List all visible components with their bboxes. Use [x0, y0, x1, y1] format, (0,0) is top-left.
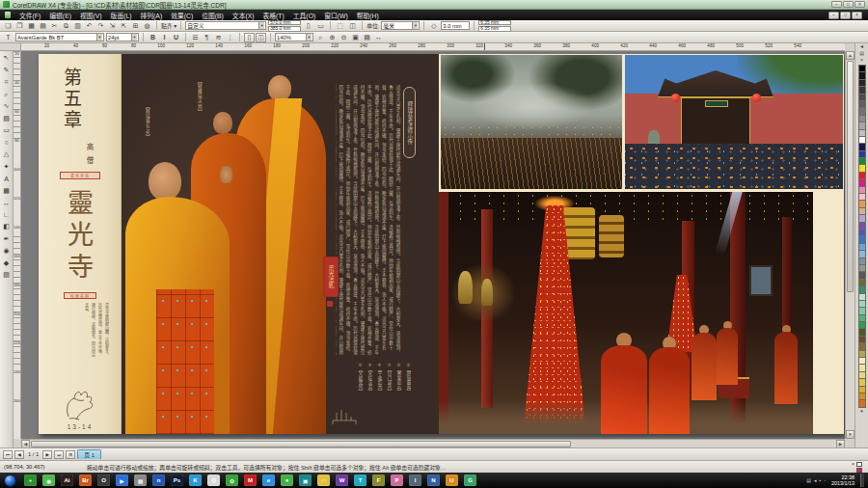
taskbar-app-icon[interactable]: I	[409, 474, 421, 486]
menu-item[interactable]: 位图(B)	[202, 11, 224, 20]
toolbar-icon[interactable]: ⊞	[130, 21, 141, 31]
toolbar-icon[interactable]: ◍	[142, 21, 152, 31]
menu-item[interactable]: 版面(L)	[111, 11, 132, 20]
taskbar-app-icon[interactable]: O	[97, 474, 110, 486]
doc-close-button[interactable]: ×	[852, 12, 862, 19]
tool-button[interactable]: ⌗	[1, 76, 13, 89]
toolbar-icon[interactable]: ▤	[38, 21, 48, 31]
tool-button[interactable]: ◆	[1, 258, 13, 270]
tool-button[interactable]: ✎	[1, 65, 13, 77]
show-desktop-button[interactable]	[860, 474, 864, 487]
text-format-button[interactable]: ≋	[213, 33, 224, 42]
zoom-tool-button[interactable]: ▤	[362, 33, 372, 42]
taskbar-app-icon[interactable]: ▣	[299, 474, 312, 486]
horizontal-scrollbar[interactable]: ◀ ▶	[21, 439, 845, 447]
current-page-button[interactable]: ◫	[347, 21, 358, 31]
maximize-button[interactable]: □	[843, 1, 854, 8]
zoom-tool-button[interactable]: ⌕	[315, 33, 326, 42]
taskbar-app-icon[interactable]: G	[464, 474, 476, 486]
page-tab[interactable]: 页 1	[77, 449, 101, 459]
toolbar-icon[interactable]: ⧉	[61, 21, 71, 31]
first-page-button[interactable]: ⏮	[3, 450, 13, 459]
taskbar-app-icon[interactable]: ✿	[226, 474, 238, 486]
document-spread[interactable]: 第五章 高僧 灵光寺志 靈光寺 岭南名刹 灵光寺居阴那山麓，古柏参天，历代高僧驻…	[39, 54, 844, 434]
snap-button[interactable]: 贴齐 ▾	[161, 21, 176, 30]
toolbar-icon[interactable]: ↷	[95, 21, 106, 31]
docker-button[interactable]: ▤	[859, 50, 864, 57]
taskbar-app-icon[interactable]: T	[354, 474, 366, 486]
start-button[interactable]	[4, 474, 16, 487]
zoom-tool-button[interactable]: ▣	[350, 33, 361, 42]
palette-scroll-down[interactable]: ▾	[860, 408, 863, 415]
left-page[interactable]: 【释瑞基长老】 【释耀瑞法师】 释瑞基老法师小传 灵光寺乃粤东名刹，肇建于唐代懿…	[122, 54, 439, 434]
taskbar-app-icon[interactable]: Ai	[61, 474, 73, 486]
taskbar-app-icon[interactable]: K	[189, 474, 202, 486]
close-button[interactable]: ×	[854, 1, 865, 8]
zoom-tool-button[interactable]: ↔	[373, 33, 384, 42]
monks-photo[interactable]: 【释瑞基长老】 【释耀瑞法师】	[122, 54, 336, 434]
text-format-button[interactable]: ⋮	[225, 33, 235, 42]
tool-button[interactable]: ▦	[1, 185, 13, 198]
taskbar-app-icon[interactable]: ▦	[134, 474, 147, 486]
menu-item[interactable]: 排列(A)	[141, 11, 163, 20]
vertical-scrollbar[interactable]: ▲ ▼	[845, 51, 854, 439]
tray-icon[interactable]: ▪	[819, 477, 821, 483]
tool-button[interactable]: ▨	[1, 269, 13, 282]
toolbar-icon[interactable]: ↶	[84, 21, 95, 31]
menu-item[interactable]: 文本(X)	[232, 11, 255, 20]
preset-combo[interactable]: 自定义▾	[185, 21, 266, 30]
menu-item[interactable]: 表格(T)	[263, 11, 285, 20]
next-page-button[interactable]: ▶	[42, 450, 52, 459]
tool-button[interactable]: ◉	[1, 245, 13, 258]
last-page-button[interactable]: ⏭	[54, 450, 64, 459]
menu-item[interactable]: 窗口(W)	[324, 11, 348, 20]
taskbar-app-icon[interactable]: +	[24, 474, 37, 486]
ruler-origin[interactable]	[0, 43, 21, 51]
tool-button[interactable]: ⌕	[1, 89, 13, 101]
tool-button[interactable]: ◧	[1, 221, 13, 233]
taskbar-app-icon[interactable]: Ps	[171, 474, 183, 486]
tool-button[interactable]: ▧	[1, 113, 13, 125]
toolbar-icon[interactable]: ▥	[72, 21, 83, 31]
menu-item[interactable]: 工具(O)	[293, 11, 315, 20]
taskbar-app-icon[interactable]: N	[427, 474, 440, 486]
prev-page-button[interactable]: ◀	[14, 450, 24, 459]
view-toggle-button[interactable]: ◫	[256, 33, 266, 42]
minimize-button[interactable]: –	[831, 1, 842, 8]
text-format-button[interactable]: ☰	[190, 33, 201, 42]
menu-item[interactable]: 效果(C)	[171, 11, 193, 20]
tray-icon[interactable]: ◦	[824, 477, 826, 483]
toolbar-icon[interactable]: ▦	[26, 21, 37, 31]
taskbar-app-icon[interactable]: M	[244, 474, 257, 486]
monk-caption-label[interactable]: 【释瑞基长老】	[145, 104, 149, 139]
taskbar-app-icon[interactable]: ◠	[317, 474, 330, 486]
taskbar-app-icon[interactable]: ●	[281, 474, 293, 486]
toolbar-icon[interactable]: ❐	[14, 21, 25, 31]
taskbar-app-icon[interactable]: Q	[207, 474, 220, 486]
toolbar-icon[interactable]: ❏	[3, 21, 14, 31]
view-toggle-button[interactable]: ▯	[244, 33, 255, 42]
temple-gate-photo[interactable]	[625, 55, 843, 189]
chapter-subtitle[interactable]: 高僧	[84, 143, 95, 171]
monk-caption-label[interactable]: 【释耀瑞法师】	[197, 79, 202, 114]
tool-button[interactable]: △	[1, 149, 13, 161]
incense-photo[interactable]	[441, 55, 622, 189]
temple-calligraphy[interactable]: 靈光寺	[62, 189, 95, 285]
spread-sidebar[interactable]: 第五章 高僧 灵光寺志 靈光寺 岭南名刹 灵光寺居阴那山麓，古柏参天，历代高僧驻…	[39, 54, 122, 434]
chapter-title[interactable]: 第五章	[60, 68, 83, 131]
duplicate-distance-fields[interactable]: 6.35 mm 6.35 mm	[478, 20, 511, 32]
tool-button[interactable]: ○	[1, 137, 13, 149]
units-combo[interactable]: 毫米▾	[381, 21, 420, 30]
menu-item[interactable]: 编辑(E)	[49, 11, 71, 20]
taskbar-app-icon[interactable]: n	[152, 474, 165, 486]
nudge-field[interactable]: 3.0 mm	[441, 21, 470, 30]
taskbar-app-icon[interactable]: ◉	[42, 474, 55, 486]
sidebar-intro-text[interactable]: 灵光寺居阴那山麓，古柏参天，历代高僧驻锡，香火千年不绝，禅灯相续，法脉绵长，四众…	[50, 303, 110, 359]
font-combo[interactable]: AvantGarde Bk BT▾	[15, 33, 104, 41]
zoom-tool-button[interactable]: ⊖	[339, 33, 349, 42]
landscape-button[interactable]: ▭	[315, 21, 326, 31]
toolbar-icon[interactable]: ⇲	[107, 21, 118, 31]
taskbar-app-icon[interactable]: Br	[79, 474, 92, 486]
menu-item[interactable]: 文件(F)	[19, 11, 41, 20]
red-seal-stamp[interactable]: 灵光法乳	[323, 257, 339, 297]
